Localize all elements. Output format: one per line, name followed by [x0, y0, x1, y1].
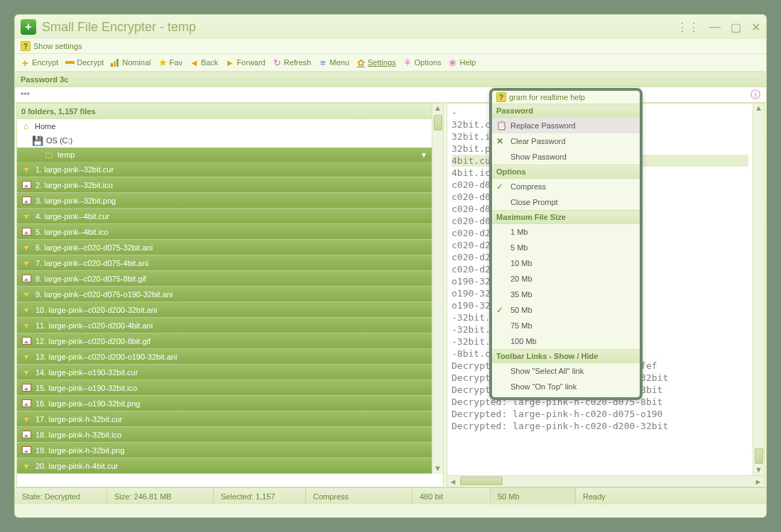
cursor-icon: ➤ [21, 164, 31, 175]
popup-size-option[interactable]: ✓50 Mb [492, 302, 640, 318]
minimize-button[interactable]: — [709, 21, 721, 34]
close-button[interactable]: ✕ [751, 21, 760, 34]
settings-button[interactable]: ✿Settings [356, 58, 396, 67]
popup-hint: gram for realtime help [509, 93, 585, 101]
file-row[interactable]: ➤10. large-pink--c020-d200-32bit.ani [17, 302, 432, 318]
image-icon [22, 181, 31, 189]
paste-icon: 📋 [496, 121, 506, 131]
file-label: 13. large-pink--c020-d200-o190-32bit.ani [36, 353, 177, 361]
file-row[interactable]: 18. large-pink-h-32bit.ico [17, 427, 432, 443]
file-row[interactable]: ➤1. large-pink--32bit.cur [17, 162, 432, 177]
popup-size-option[interactable]: 5 Mb [492, 240, 640, 255]
file-row[interactable]: ➤4. large-pink--4bit.cur [17, 209, 432, 224]
nav-drive[interactable]: 💾OS (C:) [17, 133, 432, 148]
file-label: 19. large-pink-h-32bit.png [36, 446, 124, 455]
status-size: Size: 246.81 MB [107, 488, 214, 504]
nominal-button[interactable]: Nominal [111, 58, 151, 67]
file-label: 15. large-pink--o190-32bit.ico [36, 384, 137, 392]
menu-button[interactable]: ≡Menu [318, 58, 349, 67]
maximize-button[interactable]: ▢ [731, 21, 741, 34]
popup-size-option[interactable]: 1 Mb [492, 224, 640, 240]
file-row[interactable]: 16. large-pink--o190-32bit.png [17, 396, 432, 411]
arrow-right-icon: ► [225, 58, 234, 67]
decrypt-button[interactable]: Decrypt [65, 58, 104, 67]
file-label: 14. large-pink--o190-32bit.cur [36, 368, 138, 377]
file-panel-header: 0 folders, 1,157 files [17, 104, 432, 119]
image-icon [22, 384, 31, 392]
cursor-icon: ➤ [21, 289, 31, 300]
file-row[interactable]: ➤13. large-pink--c020-d200-o190-32bit.an… [17, 349, 432, 365]
image-icon [22, 228, 31, 235]
file-row[interactable]: 12. large-pink--c020-d200-8bit.gif [17, 333, 432, 349]
file-row[interactable]: ➤9. large-pink--c020-d075-o190-32bit.ani [17, 287, 432, 302]
plus-icon: + [21, 58, 30, 67]
image-icon [22, 275, 31, 282]
file-label: 20. large-pink-h-4bit.cur [36, 462, 118, 470]
file-row[interactable]: ➤20. large-pink-h-4bit.cur [17, 458, 432, 474]
titlebar: + Small File Encrypter - temp ⋮⋮ — ▢ ✕ [15, 15, 766, 39]
file-row[interactable]: ➤14. large-pink--o190-32bit.cur [17, 365, 432, 380]
popup-show-ontop[interactable]: Show "On Top" link [492, 379, 640, 394]
image-icon [22, 337, 31, 345]
refresh-button[interactable]: ↻Refresh [273, 58, 312, 67]
popup-show-password[interactable]: Show Password [492, 149, 640, 165]
options-button[interactable]: ⚘Options [403, 58, 442, 67]
popup-compress[interactable]: ✓Compress [492, 179, 640, 194]
status-bit: 480 bit [413, 488, 491, 504]
cursor-icon: ➤ [21, 460, 31, 472]
log-line: Decrypted: large-pink-h-c020-d200-32bit [452, 420, 748, 432]
popup-size-option[interactable]: 10 Mb [492, 255, 640, 271]
password-hint-icon[interactable]: ⓘ [750, 89, 760, 101]
file-row[interactable]: ➤11. large-pink--c020-d200-4bit.ani [17, 318, 432, 333]
popup-size-option[interactable]: 100 Mb [492, 333, 640, 349]
cursor-icon: ➤ [21, 257, 31, 269]
file-row[interactable]: ➤6. large-pink--c020-d075-32bit.ani [17, 240, 432, 255]
popup-show-selectall[interactable]: Show "Select All" link [492, 363, 640, 379]
right-vscrollbar[interactable]: ▲ ▼ [753, 104, 764, 475]
file-row[interactable]: 19. large-pink-h-32bit.png [17, 443, 432, 458]
forward-button[interactable]: ►Forward [225, 58, 265, 67]
nav-folder-temp[interactable]: 🗀temp▼ [17, 148, 432, 162]
file-row[interactable]: 15. large-pink--o190-32bit.ico [17, 380, 432, 396]
image-icon [22, 446, 31, 454]
help-button[interactable]: ❀Help [448, 58, 476, 67]
popup-clear-password[interactable]: ✕Clear Password [492, 133, 640, 149]
status-ready: Ready [576, 488, 766, 504]
cursor-icon: ➤ [21, 320, 31, 331]
options-icon: ⚘ [403, 58, 413, 67]
nav-home[interactable]: ⌂Home [17, 119, 432, 133]
file-label: 12. large-pink--c020-d200-8bit.gif [36, 337, 151, 345]
back-button[interactable]: ◄Back [190, 58, 218, 67]
help-icon-2: ❀ [448, 58, 457, 67]
file-label: 11. large-pink--c020-d200-4bit.ani [36, 321, 153, 330]
popup-close-prompt[interactable]: Close Prompt [492, 194, 640, 210]
file-row[interactable]: 3. large-pink--32bit.png [17, 193, 432, 209]
popup-size-option[interactable]: 20 Mb [492, 271, 640, 287]
password-field[interactable]: *** ⓘ [15, 87, 766, 103]
file-row[interactable]: 5. large-pink--4bit.ico [17, 224, 432, 240]
window-title: Small File Encrypter - temp [42, 20, 196, 35]
file-row[interactable]: ➤7. large-pink--c020-d075-4bit.ani [17, 255, 432, 271]
encrypt-button[interactable]: +Encrypt [21, 58, 58, 67]
status-maxsize: 50 Mb [491, 488, 576, 504]
cursor-icon: ➤ [21, 367, 31, 378]
popup-group-links: Toolbar Links - Show / Hide [492, 349, 640, 363]
menu-icon: ≡ [318, 58, 327, 67]
right-hscrollbar[interactable]: ◄ ► [447, 475, 764, 487]
cursor-icon: ➤ [21, 304, 31, 316]
x-icon: ✕ [496, 136, 506, 146]
grip-icon: ⋮⋮ [677, 21, 699, 34]
status-state: State: Decrypted [15, 488, 107, 504]
file-row[interactable]: 8. large-pink--c020-d075-8bit.gif [17, 271, 432, 287]
file-panel: 0 folders, 1,157 files ⌂Home 💾OS (C:) 🗀t… [16, 103, 444, 487]
popup-replace-password[interactable]: 📋Replace Password [492, 118, 640, 133]
popup-size-option[interactable]: 35 Mb [492, 287, 640, 302]
left-scrollbar[interactable]: ▲ ▼ [432, 104, 443, 474]
help-icon: ? [21, 41, 31, 51]
popup-size-option[interactable]: 75 Mb [492, 318, 640, 333]
fav-button[interactable]: ★Fav [158, 58, 182, 67]
image-icon [22, 196, 31, 204]
image-icon [22, 431, 31, 438]
file-row[interactable]: ➤17. large-pink-h-32bit.cur [17, 411, 432, 427]
file-row[interactable]: 2. large-pink--32bit.ico [17, 177, 432, 193]
